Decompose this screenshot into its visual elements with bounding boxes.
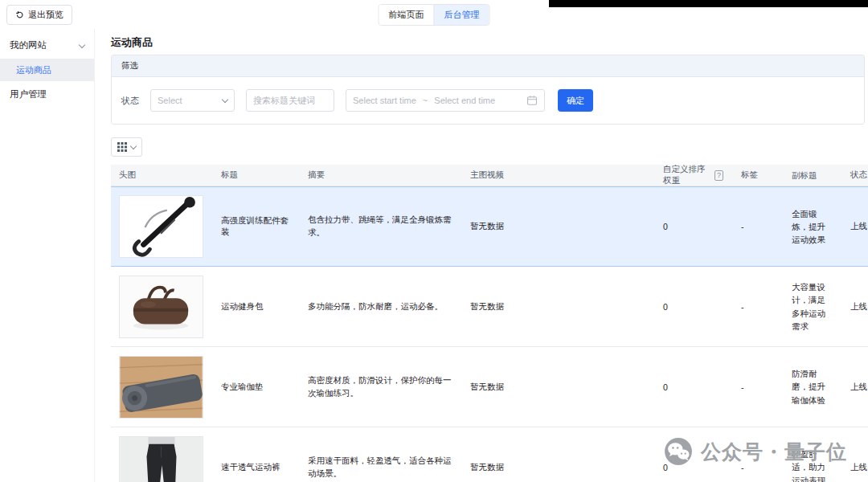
product-title: 高强度训练配件套装 [213,215,300,238]
grid-icon [117,142,127,152]
table-header-row: 头图 标题 摘要 主图视频 自定义排序权重 ? 标签 副标题 状态 [111,165,868,186]
col-header-subtitle: 副标题 [784,169,842,182]
products-table: 头图 标题 摘要 主图视频 自定义排序权重 ? 标签 副标题 状态 [111,165,868,482]
table-toolbar [111,137,865,157]
exit-preview-label: 退出预览 [28,9,63,21]
tab-backend-admin[interactable]: 后台管理 [434,5,489,25]
col-header-weight: 自定义排序权重 ? [655,164,733,186]
view-switcher: 前端页面 后台管理 [379,4,490,26]
table-row[interactable]: 运动健身包 多功能分隔，防水耐磨，运动必备。 暂无数据 0 - 大容量设计，满足… [111,267,868,347]
product-tag: - [733,302,784,312]
product-subtitle: 防滑耐磨，提升瑜伽体验 [784,367,842,406]
status-select[interactable]: Select [150,89,235,112]
table-row[interactable]: 专业瑜伽垫 高密度材质，防滑设计，保护你的每一次瑜伽练习。 暂无数据 0 - 防… [111,347,868,427]
exit-preview-button[interactable]: 退出预览 [6,5,72,25]
product-video: 暂无数据 [462,382,655,393]
col-header-summary: 摘要 [300,169,462,182]
col-header-video: 主图视频 [462,170,655,181]
product-title: 运动健身包 [213,301,300,312]
date-start-placeholder: Select start time [353,96,416,105]
app-root: 退出预览 前端页面 后台管理 我的网站 运动商品 用户管理 运动商品 筛选 状态 [0,0,868,482]
product-video: 暂无数据 [462,301,655,312]
product-video: 暂无数据 [462,462,655,473]
page-title: 运动商品 [111,35,865,50]
chevron-down-icon [222,96,228,103]
product-subtitle: 大容量设计，满足多种运动需求 [784,280,842,333]
product-summary: 高密度材质，防滑设计，保护你的每一次瑜伽练习。 [300,374,462,400]
product-thumbnail-training-set [119,195,203,258]
product-summary: 包含拉力带、跳绳等，满足全身锻炼需求。 [300,214,462,239]
date-range-picker[interactable]: Select start time ~ Select end time [346,89,545,112]
site-menu-label: 我的网站 [10,39,47,51]
product-status: 上线 [842,382,868,393]
col-header-tag: 标签 [733,170,784,181]
layout: 我的网站 运动商品 用户管理 运动商品 筛选 状态 Select [0,29,868,482]
table-row[interactable]: 高强度训练配件套装 包含拉力带、跳绳等，满足全身锻炼需求。 暂无数据 0 - 全… [111,186,868,267]
product-status: 上线 [842,221,868,232]
col-header-weight-label: 自定义排序权重 [663,164,711,186]
sidebar: 我的网站 运动商品 用户管理 [0,29,95,482]
topbar: 退出预览 前端页面 后台管理 [0,0,868,29]
date-end-placeholder: Select end time [434,96,495,105]
tab-frontend-page[interactable]: 前端页面 [379,5,434,25]
status-filter-label: 状态 [121,95,139,107]
filter-controls: 状态 Select Select start time ~ Select end… [112,77,864,124]
chevron-down-icon [79,41,85,47]
product-tag: - [733,382,784,392]
confirm-button[interactable]: 确定 [558,89,593,112]
product-weight: 0 [655,302,733,312]
watermark-text: 公众号・量子位 [701,439,847,465]
layout-switch-button[interactable] [111,137,142,157]
product-subtitle: 全面锻炼，提升运动效果 [784,207,842,247]
product-tag: - [733,222,784,231]
date-separator: ~ [423,96,428,105]
help-icon[interactable]: ? [714,170,723,181]
calendar-icon [526,95,538,106]
chevron-down-icon [130,143,137,149]
product-video: 暂无数据 [462,221,655,232]
sidebar-item-sports-products[interactable]: 运动商品 [0,59,94,81]
watermark: 公众号・量子位 [664,437,847,466]
status-select-placeholder: Select [158,96,182,105]
product-summary: 采用速干面料，轻盈透气，适合各种运动场景。 [300,455,462,480]
product-weight: 0 [655,382,733,392]
product-weight: 0 [655,222,733,231]
product-thumbnail-gym-bag [119,276,203,338]
product-summary: 多功能分隔，防水耐磨，运动必备。 [300,300,462,313]
main-content: 运动商品 筛选 状态 Select Select start time ~ Se… [95,29,868,482]
keyword-search-input[interactable] [246,89,334,112]
product-thumbnail-yoga-mat [119,356,203,419]
wechat-icon [664,437,693,466]
col-header-image: 头图 [111,170,213,181]
product-title: 专业瑜伽垫 [213,382,300,393]
product-status: 上线 [842,301,868,312]
product-title: 速干透气运动裤 [213,462,300,473]
sidebar-site-menu[interactable]: 我的网站 [0,32,94,59]
col-header-title: 标题 [213,170,300,181]
undo-refresh-icon [15,10,24,19]
col-header-status: 状态 [842,170,868,181]
top-dark-strip [549,0,868,7]
filter-panel: 筛选 状态 Select Select start time ~ Select … [111,55,865,125]
filter-panel-title: 筛选 [112,55,864,77]
sidebar-item-user-management[interactable]: 用户管理 [0,81,94,108]
product-thumbnail-sport-pants [119,436,203,482]
